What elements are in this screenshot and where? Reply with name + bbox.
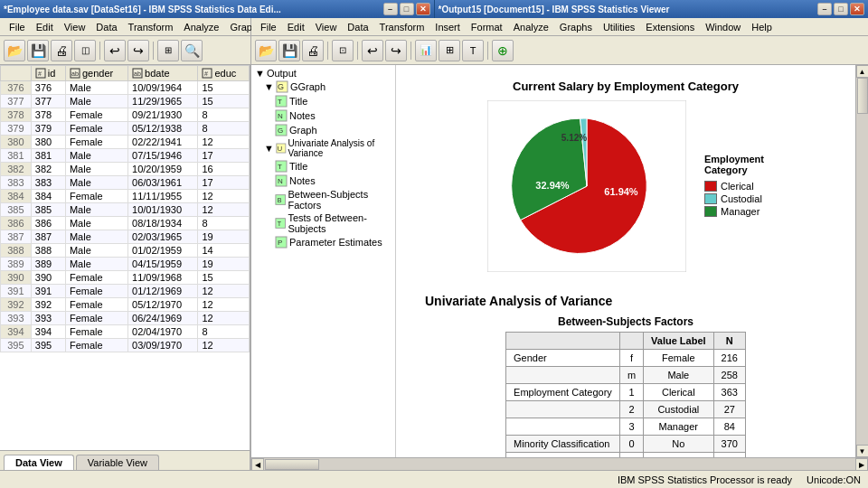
data-table-container[interactable]: # id ab gender: [0, 65, 250, 450]
right-close-btn[interactable]: ✕: [850, 3, 864, 15]
nav-output[interactable]: ▼ Output: [253, 67, 393, 80]
tab-data-view[interactable]: Data View: [4, 455, 74, 470]
menu-data-right[interactable]: Data: [342, 20, 373, 34]
toolbar-undo-right-btn[interactable]: ↩: [362, 40, 383, 61]
toolbar-open-btn[interactable]: 📂: [4, 40, 25, 61]
col-gender[interactable]: ab gender: [65, 66, 127, 81]
left-window-title: *Employee data.sav [DataSet16] - IBM SPS…: [4, 5, 281, 14]
menu-graphs-right[interactable]: Graphs: [554, 20, 598, 34]
svg-text:ab: ab: [134, 70, 141, 77]
menu-window-right[interactable]: Window: [700, 20, 746, 34]
cell-bdate: 04/15/1959: [128, 258, 198, 271]
menu-view-right[interactable]: View: [310, 20, 343, 34]
scroll-up-btn[interactable]: ▲: [856, 65, 869, 78]
right-minimize-btn[interactable]: –: [817, 3, 832, 15]
nav-title-1[interactable]: T Title: [253, 94, 393, 108]
scroll-down-btn[interactable]: ▼: [856, 445, 869, 457]
menu-insert-right[interactable]: Insert: [429, 20, 466, 34]
toolbar-goto-btn[interactable]: ⊞: [157, 40, 179, 61]
educ-col-icon: #: [202, 68, 212, 79]
menu-format-right[interactable]: Format: [466, 20, 508, 34]
label-cell-val: No: [644, 436, 714, 453]
menu-extensions-right[interactable]: Extensions: [640, 20, 700, 34]
toolbar-text-btn[interactable]: T: [462, 40, 484, 61]
menu-data-left[interactable]: Data: [90, 20, 122, 34]
left-minimize-btn[interactable]: –: [383, 3, 398, 15]
cell-gender: Female: [65, 325, 127, 339]
scroll-thumb[interactable]: [857, 78, 868, 114]
cell-gender: Male: [65, 176, 127, 190]
toolbar-redo-btn[interactable]: ↪: [127, 40, 149, 61]
nav-params[interactable]: P Parameter Estimates: [253, 235, 393, 249]
toolbar-save-right-btn[interactable]: 💾: [278, 40, 300, 61]
row-num: 389: [1, 258, 32, 271]
cell-bdate: 07/15/1946: [128, 149, 198, 163]
menu-transform-right[interactable]: Transform: [374, 20, 430, 34]
menu-help-right[interactable]: Help: [746, 20, 778, 34]
col-bdate[interactable]: ab bdate: [128, 66, 198, 81]
right-maximize-btn[interactable]: □: [834, 3, 848, 15]
nav-tests[interactable]: T Tests of Between-Subjects: [253, 211, 393, 235]
nav-notes-2[interactable]: N Notes: [253, 174, 393, 188]
cell-bdate: 02/22/1941: [128, 136, 198, 149]
menu-transform-left[interactable]: Transform: [123, 20, 179, 34]
n-cell: 216: [713, 350, 745, 367]
menu-analyze-right[interactable]: Analyze: [508, 20, 554, 34]
table-row: 380 380 Female 02/22/1941 12: [1, 136, 250, 149]
menu-edit-right[interactable]: Edit: [282, 20, 310, 34]
output-content[interactable]: Current Salary by Employment Category: [396, 65, 855, 457]
factor-cell: Employment Category: [506, 384, 620, 401]
table-row: 393 393 Female 06/24/1969 12: [1, 312, 250, 325]
toolbar-open-right-btn[interactable]: 📂: [255, 40, 277, 61]
menu-view-left[interactable]: View: [59, 20, 91, 34]
toolbar-chart-btn[interactable]: 📊: [415, 40, 437, 61]
col-id[interactable]: # id: [31, 66, 65, 81]
toolbar-save-btn[interactable]: 💾: [27, 40, 49, 61]
menu-utilities-right[interactable]: Utilities: [598, 20, 640, 34]
tab-bar: Data View Variable View: [0, 450, 250, 470]
menu-analyze-left[interactable]: Analyze: [178, 20, 224, 34]
cell-id: 384: [31, 190, 65, 203]
nav-univariate[interactable]: ▼ U Univariate Analysis of Variance: [253, 137, 393, 159]
row-num: 376: [1, 81, 32, 95]
toolbar-undo-btn[interactable]: ↩: [104, 40, 126, 61]
value-cell: m: [619, 367, 643, 384]
h-scroll-right-btn[interactable]: ▶: [855, 458, 868, 470]
menu-file-right[interactable]: File: [255, 20, 282, 34]
svg-text:G: G: [278, 82, 284, 91]
col-educ[interactable]: # educ: [198, 66, 250, 81]
output-scrollbar[interactable]: ▲ ▼: [855, 65, 868, 457]
left-maximize-btn[interactable]: □: [400, 3, 414, 15]
menu-file-left[interactable]: File: [4, 20, 31, 34]
toolbar-plus-btn[interactable]: ⊕: [492, 40, 514, 61]
nav-bsf[interactable]: B Between-Subjects Factors: [253, 188, 393, 211]
menu-edit-left[interactable]: Edit: [31, 20, 59, 34]
cell-bdate: 02/04/1970: [128, 325, 198, 339]
svg-text:N: N: [278, 177, 283, 185]
nav-notes-1[interactable]: N Notes: [253, 108, 393, 123]
toolbar-redo-right-btn[interactable]: ↪: [385, 40, 407, 61]
row-num: 394: [1, 325, 32, 339]
cell-id: 395: [31, 339, 65, 352]
h-scroll-track[interactable]: [264, 458, 855, 470]
toolbar-print-right-btn[interactable]: 🖨: [302, 40, 324, 61]
left-toolbar: 📂 💾 🖨 ◫ ↩ ↪ ⊞ 🔍: [0, 36, 251, 65]
nav-ggraph[interactable]: ▼ G GGraph: [253, 80, 393, 94]
nav-graph-1[interactable]: G Graph: [253, 123, 393, 137]
h-scroll-thumb[interactable]: [265, 459, 319, 470]
cell-educ: 14: [198, 244, 250, 258]
toolbar-print-btn[interactable]: 🖨: [51, 40, 72, 61]
toolbar-export-btn[interactable]: ⊡: [332, 40, 354, 61]
svg-text:#: #: [38, 70, 42, 77]
n-cell: 27: [713, 401, 745, 418]
row-num: 384: [1, 190, 32, 203]
output-horiz-scroll[interactable]: ◀ ▶: [251, 457, 868, 470]
scroll-track[interactable]: [856, 78, 868, 445]
toolbar-recall-btn[interactable]: ◫: [74, 40, 96, 61]
toolbar-find-btn[interactable]: 🔍: [181, 40, 203, 61]
toolbar-pivot-btn[interactable]: ⊞: [439, 40, 460, 61]
left-close-btn[interactable]: ✕: [416, 3, 430, 15]
h-scroll-left-btn[interactable]: ◀: [251, 458, 264, 470]
nav-title-2[interactable]: T Title: [253, 159, 393, 174]
tab-variable-view[interactable]: Variable View: [76, 455, 159, 470]
